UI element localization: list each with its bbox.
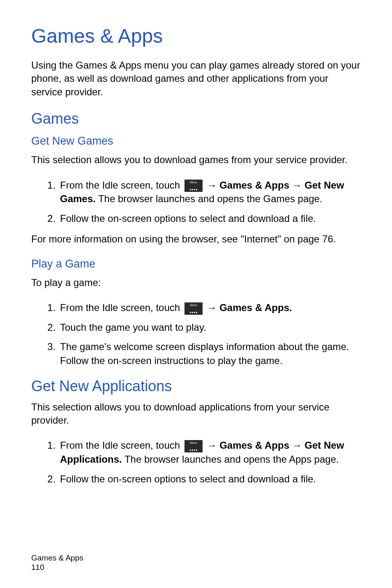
nav-path-games-apps: Games & Apps. — [219, 302, 292, 313]
menu-icon: Menu — [184, 180, 203, 192]
list-item: From the Idle screen, touch Menu → Games… — [58, 301, 361, 315]
intro-paragraph: Using the Games & Apps menu you can play… — [31, 59, 361, 99]
subsection-heading-get-new-games: Get New Games — [31, 135, 361, 148]
list-item: Follow the on-screen options to select a… — [58, 212, 361, 226]
play-a-game-intro: To play a game: — [31, 276, 361, 289]
step-text: Touch the game you want to play. — [60, 322, 206, 333]
section-heading-games: Games — [31, 110, 361, 127]
footer-page-number: 110 — [31, 563, 83, 572]
list-item: The game's welcome screen displays infor… — [58, 340, 361, 367]
arrow-icon: → — [292, 180, 305, 191]
arrow-icon: → — [207, 440, 219, 451]
arrow-icon: → — [292, 440, 305, 451]
step-text: The browser launches and opens the Apps … — [125, 454, 339, 465]
more-info-text: For more information on using the browse… — [31, 233, 361, 246]
menu-icon: Menu — [184, 302, 203, 315]
arrow-icon: → — [207, 180, 219, 191]
document-page: Games & Apps Using the Games & Apps menu… — [0, 0, 392, 588]
footer-section-label: Games & Apps — [31, 553, 83, 563]
step-text: Follow the on-screen options to select a… — [60, 473, 316, 484]
step-text: The game's welcome screen displays infor… — [60, 341, 349, 366]
get-new-apps-intro: This selection allows you to download ap… — [31, 401, 361, 427]
menu-icon-label: Menu — [184, 441, 203, 445]
step-text: From the Idle screen, touch — [60, 302, 183, 313]
section-heading-get-new-applications: Get New Applications — [31, 378, 361, 395]
step-text: The browser launches and opens the Games… — [98, 193, 323, 204]
subsection-heading-play-a-game: Play a Game — [31, 258, 361, 270]
list-item: Follow the on-screen options to select a… — [58, 472, 361, 486]
menu-icon-label: Menu — [184, 303, 203, 307]
list-item: Touch the game you want to play. — [58, 321, 361, 334]
nav-path-games-apps: Games & Apps — [219, 180, 289, 191]
arrow-icon: → — [207, 302, 219, 313]
step-text: From the Idle screen, touch — [60, 440, 183, 451]
page-footer: Games & Apps 110 — [31, 553, 83, 573]
menu-icon: Menu — [184, 440, 203, 452]
step-text: From the Idle screen, touch — [60, 180, 183, 191]
get-new-games-steps: From the Idle screen, touch Menu → Games… — [31, 178, 361, 226]
list-item: From the Idle screen, touch Menu → Games… — [58, 438, 361, 466]
menu-icon-label: Menu — [184, 180, 203, 184]
get-new-games-intro: This selection allows you to download ga… — [31, 153, 361, 166]
nav-path-games-apps: Games & Apps — [219, 440, 289, 451]
get-new-apps-steps: From the Idle screen, touch Menu → Games… — [31, 438, 361, 486]
page-title: Games & Apps — [31, 25, 361, 47]
play-a-game-steps: From the Idle screen, touch Menu → Games… — [31, 301, 361, 367]
list-item: From the Idle screen, touch Menu → Games… — [58, 178, 361, 206]
step-text: Follow the on-screen options to select a… — [60, 213, 316, 224]
